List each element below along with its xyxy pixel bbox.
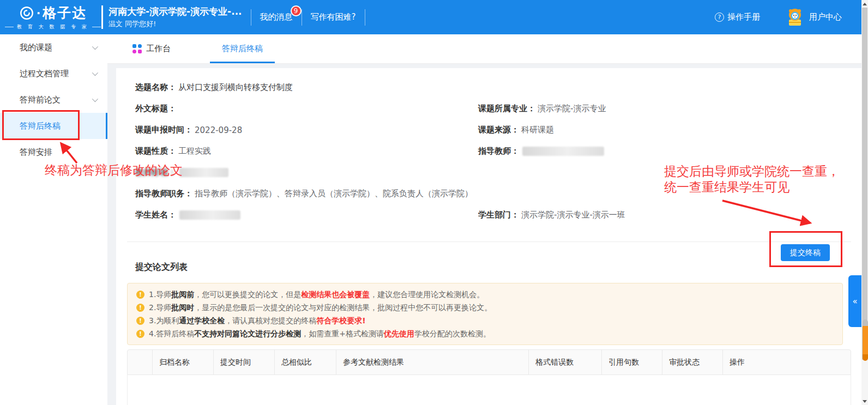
- warning-icon: !: [136, 304, 144, 312]
- notice-line: !4.答辩后终稿不支持对同篇论文进行分步检测，如需查重+格式检测请优先使用学校分…: [136, 328, 834, 340]
- column-header-审批状态: 审批状态: [662, 350, 722, 374]
- chevron-down-icon: [92, 70, 98, 76]
- logo-tagline: 教 育 大 数 据 专 家: [5, 23, 101, 31]
- field-student-dept: 学生部门： 演示学院-演示专业-演示一班: [478, 210, 845, 220]
- sidebar-item-2[interactable]: 答辩前论文: [0, 87, 107, 113]
- avatar: [785, 8, 805, 27]
- tab-bar: 工作台 答辩后终稿: [107, 34, 861, 64]
- sidebar-item-label: 答辩安排: [20, 147, 52, 158]
- greeting: 温文 同学您好!: [108, 19, 242, 29]
- column-header-操作: 操作: [722, 350, 851, 374]
- my-messages-button[interactable]: 我的消息 9: [260, 12, 293, 22]
- field-student-name: 学生姓名：: [135, 210, 478, 220]
- field-foreign-title: 外文标题：: [135, 104, 478, 114]
- submit-final-draft-button[interactable]: 提交终稿: [781, 244, 830, 261]
- chevron-down-icon: [92, 44, 98, 50]
- tab-final-draft[interactable]: 答辩后终稿: [210, 35, 275, 63]
- content-card: 选题名称： 从对口支援到横向转移支付制度 外文标题： 课题所属专业： 演示学院-…: [116, 68, 861, 405]
- page: · 格子达 教 育 大 数 据 专 家 河南大学-演示学院-演示专业-... 温…: [0, 0, 868, 405]
- logo-dot: ·: [37, 7, 41, 20]
- column-header-参考文献检测结果: 参考文献检测结果: [336, 350, 528, 374]
- messages-count-badge: 9: [291, 5, 302, 16]
- table-header-row: 归档名称提交时间总相似比参考文献检测结果格式错误数引用句数审批状态操作: [127, 349, 851, 375]
- sidebar-item-0[interactable]: 我的课题: [0, 34, 107, 61]
- notice-line: !2.导师批阅时，显示的是您最后一次提交的论文与对应的检测结果，批阅过程中您不可…: [136, 301, 834, 313]
- notice-line: !3.为顺利通过学校全检，请认真核对您提交的终稿符合学校要求!: [136, 315, 834, 327]
- notice-box: !1.导师批阅前，您可以更换提交的论文，但是检测结果也会被覆盖，建议您合理使用论…: [127, 283, 843, 345]
- logo-text: 格子达: [43, 4, 87, 22]
- column-header-引用句数: 引用句数: [601, 350, 662, 374]
- field-source: 课题来源： 科研课题: [478, 125, 845, 135]
- section-divider: [127, 241, 851, 242]
- scrollbar-thumb[interactable]: [862, 8, 867, 360]
- column-header-格式错误数: 格式错误数: [528, 350, 601, 374]
- writing-help-button[interactable]: 写作有困难?: [311, 12, 356, 22]
- scroll-down-arrow[interactable]: [861, 398, 868, 404]
- school-block: 河南大学-演示学院-演示专业-... 温文 同学您好!: [101, 5, 242, 29]
- collapse-panel-tab[interactable]: «: [848, 275, 861, 327]
- sidebar-item-label: 过程文档管理: [20, 69, 69, 79]
- table-body-empty: [127, 375, 851, 405]
- notice-list: !1.导师批阅前，您可以更换提交的论文，但是检测结果也会被覆盖，建议您合理使用论…: [136, 288, 834, 340]
- logo[interactable]: · 格子达 教 育 大 数 据 专 家: [12, 4, 94, 31]
- top-header: · 格子达 教 育 大 数 据 专 家 河南大学-演示学院-演示专业-... 温…: [0, 0, 861, 34]
- redacted-teacher-email: [179, 168, 228, 177]
- field-advisor: 指导教师：: [478, 146, 845, 156]
- manual-button[interactable]: ? 操作手册: [715, 12, 760, 22]
- column-header-总相似比: 总相似比: [274, 350, 336, 374]
- warning-icon: !: [136, 291, 144, 299]
- column-header-select: [128, 350, 152, 374]
- redacted-advisor-name: [522, 147, 604, 156]
- topic-info: 选题名称： 从对口支援到横向转移支付制度 外文标题： 课题所属专业： 演示学院-…: [135, 77, 845, 226]
- sidebar: 我的课题过程文档管理答辩前论文答辩后终稿答辩安排: [0, 34, 107, 405]
- sidebar-item-label: 答辩前论文: [20, 95, 61, 105]
- workbench-grid-icon: [132, 44, 142, 53]
- double-chevron-left-icon: «: [852, 297, 857, 306]
- field-major: 课题所属专业： 演示学院-演示专业: [478, 104, 845, 114]
- sidebar-item-4[interactable]: 答辩安排: [0, 139, 107, 165]
- chevron-down-icon: [92, 96, 98, 102]
- warning-icon: !: [136, 330, 144, 338]
- paper-table: 归档名称提交时间总相似比参考文献检测结果格式错误数引用句数审批状态操作: [127, 349, 851, 405]
- sidebar-item-label: 答辩后终稿: [20, 121, 61, 131]
- field-nature: 课题性质： 工程实践: [135, 146, 478, 156]
- header-divider: [365, 9, 365, 26]
- paper-list-title: 提交论文列表: [135, 262, 188, 273]
- sidebar-item-label: 我的课题: [20, 43, 52, 53]
- column-header-提交时间: 提交时间: [213, 350, 274, 374]
- logo-mark-icon: [19, 5, 34, 21]
- field-teacher-email: 教师邮箱：: [135, 167, 478, 178]
- field-topic-name: 选题名称： 从对口支援到横向转移支付制度: [135, 82, 478, 93]
- user-center-button[interactable]: 用户中心: [785, 8, 842, 27]
- pencil-widget-icon[interactable]: [863, 319, 868, 361]
- header-divider: [302, 9, 302, 26]
- warning-icon: !: [136, 317, 144, 325]
- column-header-归档名称: 归档名称: [152, 350, 213, 374]
- notice-line: !1.导师批阅前，您可以更换提交的论文，但是检测结果也会被覆盖，建议您合理使用论…: [136, 288, 834, 300]
- tab-workbench[interactable]: 工作台: [146, 44, 171, 54]
- sidebar-item-1[interactable]: 过程文档管理: [0, 61, 107, 87]
- sidebar-menu: 我的课题过程文档管理答辩前论文答辩后终稿答辩安排: [0, 34, 107, 165]
- scroll-up-arrow[interactable]: [861, 1, 868, 7]
- school-title: 河南大学-演示学院-演示专业-...: [108, 5, 242, 17]
- header-divider: [251, 9, 251, 26]
- question-circle-icon: ?: [715, 13, 724, 22]
- field-apply-time: 课题申报时间： 2022-09-28: [135, 125, 478, 135]
- redacted-student-name: [179, 210, 240, 220]
- sidebar-item-3[interactable]: 答辩后终稿: [0, 113, 107, 139]
- field-advisor-roles: 指导教师职务： 指导教师（演示学院）、答辩录入员（演示学院）、院系负责人（演示学…: [135, 189, 845, 199]
